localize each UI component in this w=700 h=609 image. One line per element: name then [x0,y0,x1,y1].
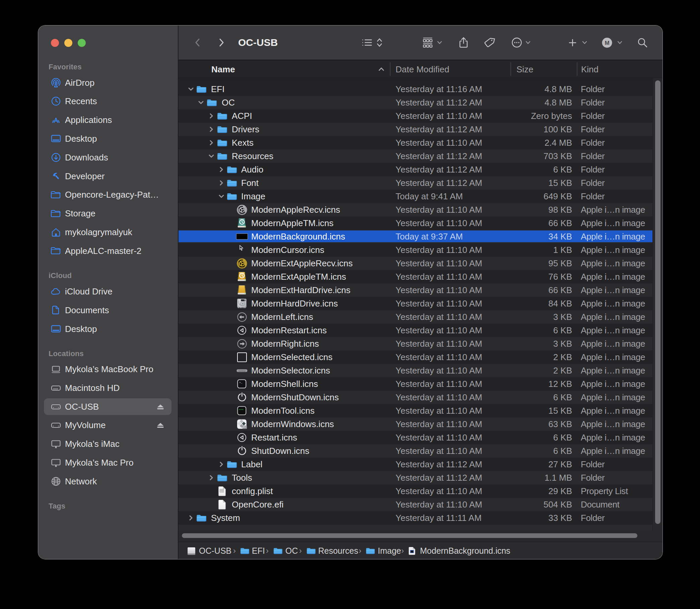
svg-text:M: M [605,39,609,46]
svg-text:Continue: Continue [238,369,245,371]
svg-text:exec: exec [239,408,244,411]
svg-text:>_: >_ [239,381,243,384]
